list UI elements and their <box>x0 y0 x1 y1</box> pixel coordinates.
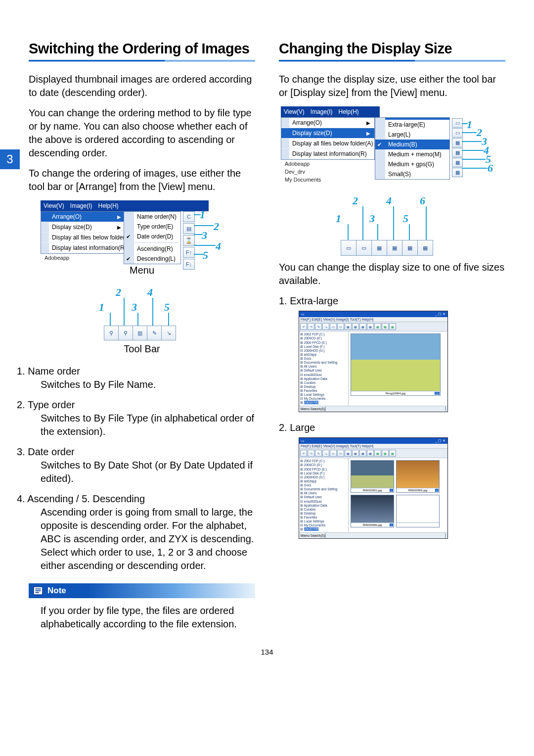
submenu-small[interactable]: Small(S) <box>375 169 449 179</box>
sort-desc-icon[interactable]: ↘ <box>162 326 176 340</box>
sort-name-icon[interactable]: ⚲ <box>104 326 119 340</box>
size-paragraph-1: To change the display size, use either t… <box>279 73 505 99</box>
thumbnail[interactable]: RIMG0006.jpg▯ <box>351 495 394 527</box>
thumbnail[interactable]: RIMG0002.jpg▯ <box>396 460 440 493</box>
menu-image[interactable]: Image(I) <box>311 108 333 115</box>
size-xl-icon[interactable]: ▭ <box>452 118 463 128</box>
menu-help[interactable]: Help(H) <box>98 202 118 209</box>
menu-item-label: Display latest information(R) <box>52 244 127 251</box>
submenu-extra-large[interactable]: Extra-large(E) <box>375 120 449 130</box>
sort-desc-icon[interactable]: F↓ <box>183 259 195 270</box>
thumbnail-filename: RIMG0001.jpg <box>363 489 382 492</box>
menu-caption: Menu <box>29 265 255 276</box>
size-mm-icon[interactable]: ▦ <box>387 240 402 255</box>
app-titlebar: ▭_ ▢ ✕ <box>299 438 447 444</box>
note-icon <box>32 585 44 596</box>
size-l-icon[interactable]: ▭ <box>452 128 463 138</box>
menu-view[interactable]: View(V) <box>44 202 64 209</box>
decorative-diamond-strip <box>29 20 505 27</box>
menu-item-display-size[interactable]: Display size(D) ▶ <box>41 222 125 233</box>
size-xl-icon[interactable]: ▭ <box>341 240 356 255</box>
thumbnail-pane[interactable]: RIMG0001.jpg▯ RIMG0002.jpg▯ RIMG0006.jpg… <box>349 458 447 532</box>
ordering-items: 1. Name order Switches to By File Name. … <box>29 365 255 572</box>
size-item-1-title: 1. Extra-large <box>279 294 505 308</box>
submenu-arrow-icon: ▶ <box>117 214 121 220</box>
toolbar-caption: Tool Bar <box>29 343 255 355</box>
menu-item-display-all[interactable]: Display all files below folder(A) <box>41 233 125 243</box>
left-column: Switching the Ordering of Images Display… <box>29 41 255 634</box>
size-toolbar: ▭ ▭ ▦ ▦ ▦ ▦ <box>341 240 433 256</box>
menu-item-label: Display all files below folder(A) <box>292 140 373 147</box>
submenu-name-order[interactable]: Name order(N) <box>124 212 180 222</box>
arrange-menu-figure: View(V) Image(I) Help(H) Arrange(O) ▶ Di… <box>41 200 209 262</box>
item-title: 3. Date order <box>29 445 75 459</box>
menu-item-arrange[interactable]: Arrange(O) ▶ <box>41 212 125 222</box>
menu-item-label: Medium + gps(G) <box>388 161 434 168</box>
callout-3: 3 <box>202 229 207 242</box>
size-mg-icon[interactable]: ▦ <box>452 158 463 167</box>
callout-tb-2: 2 <box>116 286 121 299</box>
arrange-submenu: Name order(N) Type order(E) Date order(D… <box>124 211 181 264</box>
menu-item-label: Large(L) <box>388 131 410 138</box>
app-menubar: File(F) Edit(E) View(V) Image(I) Tool(T)… <box>299 444 447 449</box>
submenu-arrow-icon: ▶ <box>366 131 370 136</box>
size-s-icon[interactable]: ▦ <box>418 240 433 255</box>
sort-asc-icon[interactable]: ✎ <box>147 326 162 340</box>
size-l-icon[interactable]: ▭ <box>356 240 372 255</box>
menubar: View(V) Image(I) Help(H) <box>41 200 209 211</box>
menu-image[interactable]: Image(I) <box>70 202 92 209</box>
folder-tree[interactable]: ⊞ 2002 FDP (C:)⊞ 2000CD (D:)⊞ 2000 FPCD … <box>299 458 349 532</box>
note-header: Note <box>29 583 255 598</box>
menu-item-display-size[interactable]: Display size(D) ▶ <box>281 128 374 139</box>
submenu-date-order[interactable]: Date order(D) <box>124 232 180 241</box>
callout-tb-2: 2 <box>353 194 358 207</box>
submenu-large[interactable]: Large(L) <box>375 130 449 140</box>
menu-item-display-all[interactable]: Display all files below folder(A) <box>281 139 374 149</box>
submenu-medium-memo[interactable]: Medium + memo(M) <box>375 149 449 159</box>
size-s-icon[interactable]: ▦ <box>452 168 463 177</box>
callout-tb-3: 3 <box>132 301 137 314</box>
menu-item-label: Date order(D) <box>137 233 173 240</box>
submenu-ascending[interactable]: Ascending(R) <box>124 244 180 254</box>
menu-item-display-latest[interactable]: Display latest information(R) <box>281 149 374 159</box>
sort-date-icon[interactable]: ⌛ <box>183 235 195 246</box>
callout-tb-5: 5 <box>403 212 408 225</box>
submenu-descending[interactable]: Descending(L) <box>124 254 180 264</box>
size-m-icon[interactable]: ▦ <box>372 240 387 255</box>
right-column: Changing the Display Size To change the … <box>279 41 505 634</box>
note-title: Note <box>47 586 66 596</box>
thumbnail-pane[interactable]: Rimg10004.jpg▯▯ <box>349 331 447 406</box>
menu-item-arrange[interactable]: Arrange(O) ▶ <box>281 118 374 128</box>
sort-date-icon[interactable]: ▥ <box>133 326 147 340</box>
thumbnail[interactable] <box>396 495 440 527</box>
sort-name-icon[interactable]: C <box>183 211 195 222</box>
callout-4: 4 <box>216 240 221 253</box>
list-item: 4. Ascending / 5. Descending Ascending o… <box>29 492 255 572</box>
item-body: Switches to By File Type (in alphabetica… <box>41 413 254 437</box>
size-mm-icon[interactable]: ▦ <box>452 148 463 157</box>
menu-view[interactable]: View(V) <box>284 108 305 115</box>
size-menu-figure: View(V) Image(I) Help(H) Arrange(O) ▶ Di… <box>281 106 477 184</box>
app-statusbar: Memo Search(S) <box>299 406 447 412</box>
submenu-medium-gps[interactable]: Medium + gps(G) <box>375 159 449 169</box>
menu-item-label: Medium(B) <box>388 141 417 148</box>
sort-type-icon[interactable]: ▤ <box>183 223 195 234</box>
sort-asc-icon[interactable]: F↑ <box>183 247 195 258</box>
ordering-paragraph-1: Displayed thumbnail images are ordered a… <box>29 73 255 99</box>
item-body: Switches to By Date Shot (or By Date Upd… <box>41 460 253 484</box>
menu-help[interactable]: Help(H) <box>338 108 358 115</box>
ordering-paragraph-2: You can change the ordering method to by… <box>29 106 255 160</box>
submenu-type-order[interactable]: Type order(E) <box>124 222 180 232</box>
submenu-medium[interactable]: Medium(B) <box>375 140 449 149</box>
thumbnail[interactable]: RIMG0001.jpg▯ <box>351 460 394 493</box>
folder-tree[interactable]: ⊞ 2002 FDP (C:)⊞ 2000CD (D:)⊞ 2000 FPCD … <box>299 331 349 406</box>
sort-type-icon[interactable]: ⚲ <box>119 326 133 340</box>
thumbnail[interactable]: Rimg10004.jpg▯▯ <box>351 333 441 396</box>
size-m-icon[interactable]: ▦ <box>452 138 463 147</box>
menu-item-label: Display all files below folder(A) <box>52 234 133 241</box>
callout-tb-5: 5 <box>164 301 170 314</box>
menu-item-display-latest[interactable]: Display latest information(R) <box>41 243 125 253</box>
menu-item-label: Display size(D) <box>292 130 332 137</box>
size-mg-icon[interactable]: ▦ <box>402 240 418 255</box>
arrange-toolbar: ⚲ ⚲ ▥ ✎ ↘ <box>104 326 176 340</box>
